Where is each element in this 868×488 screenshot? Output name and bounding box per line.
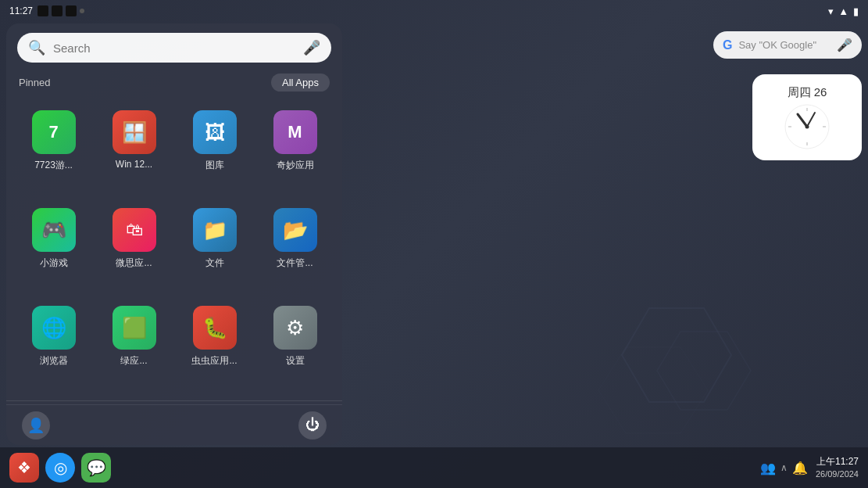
app-icon-file: 📁	[193, 208, 237, 252]
taskbar-app-1-icon: ❖	[17, 458, 31, 477]
google-search-bar[interactable]: G Say "OK Google" 🎤	[713, 31, 862, 59]
taskbar-right: 👥 ∧ 🔔 上午11:27 26/09/2024	[760, 455, 859, 480]
app-label-minigame: 小游戏	[40, 257, 68, 270]
app-item-7723[interactable]: 7 7723游...	[14, 102, 93, 196]
taskbar-date: 26/09/2024	[816, 468, 859, 480]
section-header: Pinned All Apps	[6, 69, 342, 96]
app-item-browser[interactable]: 🌐 浏览器	[14, 298, 93, 391]
app-icon-magic: M	[273, 110, 317, 154]
app-icon-gallery: 🖼	[193, 110, 237, 154]
tray-chevron-icon[interactable]: ∧	[780, 462, 788, 473]
pinned-label: Pinned	[19, 77, 50, 88]
taskbar-app-3[interactable]: 💬	[81, 453, 111, 483]
app-icon-settings: ⚙	[273, 306, 317, 350]
app-icon-minigame: 🎮	[32, 208, 76, 252]
user-icon: 👤	[27, 417, 45, 434]
app-label-win12: Win 12...	[116, 159, 152, 170]
app-label-greenstore: 绿应...	[120, 354, 147, 368]
app-label-gallery: 图库	[205, 159, 224, 172]
app-icon-browser: 🌐	[32, 306, 76, 350]
taskbar-time: 上午11:27	[816, 455, 859, 468]
app-label-file: 文件	[205, 257, 224, 270]
svg-point-10	[805, 124, 809, 128]
people-tray-icon[interactable]: 👥	[760, 461, 776, 475]
search-input[interactable]	[53, 41, 295, 55]
clock-date: 周四 26	[788, 85, 827, 100]
taskbar: ❖ ◎ 💬 👥 ∧ 🔔 上午11:27 26/09/2024	[0, 447, 868, 488]
app-item-filemanager[interactable]: 📂 文件管...	[255, 200, 334, 293]
taskbar-app-1[interactable]: ❖	[9, 453, 39, 483]
status-left: 11:27	[9, 5, 84, 16]
app-item-weisi[interactable]: 🛍 微思应...	[95, 200, 173, 293]
battery-icon: ▮	[853, 5, 859, 17]
hex-decoration	[587, 300, 821, 457]
google-placeholder: Say "OK Google"	[738, 39, 830, 51]
signal-icon: ▲	[838, 5, 848, 17]
app-icon-antivirus: 🐛	[193, 306, 237, 350]
app-label-weisi: 微思应...	[116, 257, 152, 270]
mic-icon[interactable]: 🎤	[303, 39, 320, 56]
app-label-antivirus: 虫虫应用...	[191, 354, 237, 368]
app-icon-weisi: 🛍	[113, 208, 156, 252]
search-icon: 🔍	[28, 39, 45, 56]
status-icon-3	[66, 5, 77, 16]
google-logo: G	[723, 38, 732, 52]
app-icon-greenstore: 🟩	[113, 306, 156, 350]
app-icon-win12: 🪟	[113, 110, 156, 154]
app-item-file[interactable]: 📁 文件	[175, 200, 254, 293]
status-icons	[38, 5, 84, 16]
svg-marker-1	[657, 332, 751, 410]
tray-icons: 👥 ∧ 🔔	[760, 461, 808, 475]
taskbar-time-block: 上午11:27 26/09/2024	[816, 455, 859, 480]
app-drawer: 🔍 🎤 Pinned All Apps 7 7723游... 🪟 Win 12.…	[6, 23, 342, 445]
status-right: ▾ ▲ ▮	[828, 5, 859, 17]
apps-grid: 7 7723游... 🪟 Win 12... 🖼 图库 M 奇妙应用 🎮	[6, 96, 342, 397]
power-button[interactable]: ⏻	[298, 411, 327, 440]
app-item-magic[interactable]: M 奇妙应用	[255, 102, 334, 196]
app-item-greenstore[interactable]: 🟩 绿应...	[95, 298, 173, 391]
app-label-magic: 奇妙应用	[277, 159, 314, 172]
status-icon-1	[38, 5, 48, 16]
app-icon-filemanager: 📂	[273, 208, 317, 252]
app-item-minigame[interactable]: 🎮 小游戏	[14, 200, 93, 293]
status-time: 11:27	[9, 5, 33, 16]
wifi-icon: ▾	[828, 5, 834, 17]
svg-marker-2	[598, 347, 708, 433]
power-icon: ⏻	[305, 417, 320, 433]
clock-analog	[784, 103, 830, 150]
app-label-filemanager: 文件管...	[277, 257, 313, 270]
status-icon-2	[52, 5, 63, 16]
user-icon-button[interactable]: 👤	[22, 411, 50, 440]
app-item-win12[interactable]: 🪟 Win 12...	[95, 102, 173, 196]
taskbar-app-2-icon: ◎	[54, 458, 67, 477]
notification-tray-icon[interactable]: 🔔	[792, 461, 808, 475]
taskbar-app-3-icon: 💬	[87, 458, 106, 477]
drawer-bottom: 👤 ⏻	[6, 404, 342, 445]
google-widget: G Say "OK Google" 🎤	[713, 31, 862, 59]
app-label-browser: 浏览器	[40, 354, 68, 368]
all-apps-button[interactable]: All Apps	[271, 74, 330, 92]
svg-marker-0	[622, 308, 731, 402]
app-icon-7723: 7	[32, 110, 76, 154]
app-item-settings[interactable]: ⚙ 设置	[255, 298, 334, 391]
app-label-settings: 设置	[286, 354, 305, 368]
app-label-7723: 7723游...	[34, 159, 73, 172]
app-item-antivirus[interactable]: 🐛 虫虫应用...	[175, 298, 254, 391]
app-item-gallery[interactable]: 🖼 图库	[175, 102, 254, 196]
clock-widget: 周四 26	[752, 74, 862, 160]
taskbar-left: ❖ ◎ 💬	[9, 453, 111, 483]
drawer-divider	[6, 400, 342, 401]
status-bar: 11:27 ▾ ▲ ▮	[0, 0, 868, 22]
taskbar-app-2[interactable]: ◎	[45, 453, 75, 483]
status-dot	[80, 9, 84, 13]
google-mic-icon[interactable]: 🎤	[837, 38, 852, 52]
search-bar-container: 🔍 🎤	[17, 33, 331, 63]
